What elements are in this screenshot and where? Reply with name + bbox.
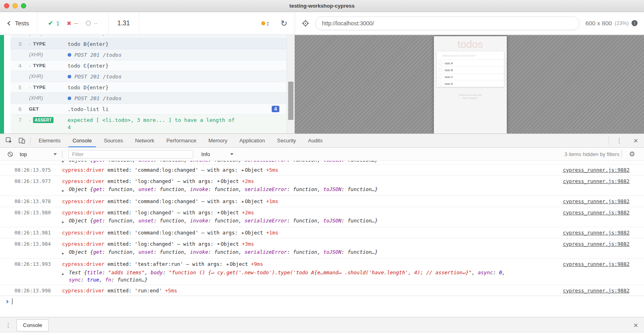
- execution-context-dropdown[interactable]: top: [17, 151, 60, 157]
- inspect-element-button[interactable]: [2, 134, 15, 147]
- source-link[interactable]: cypress_runner.js:9882: [563, 260, 630, 268]
- source-link[interactable]: cypress_runner.js:9882: [563, 209, 630, 216]
- expand-triangle-icon[interactable]: ▶: [62, 249, 69, 257]
- drawer-close-button[interactable]: ×: [627, 321, 644, 330]
- info-icon[interactable]: i: [632, 20, 638, 26]
- orange-dot-icon: [261, 21, 265, 25]
- passed-count: 1: [56, 20, 59, 27]
- selector-playground-button[interactable]: [301, 19, 310, 27]
- console-settings-button[interactable]: ⚙: [624, 150, 640, 158]
- reload-button[interactable]: ↻: [273, 12, 295, 34]
- tab-elements[interactable]: Elements: [35, 134, 64, 147]
- todo-item[interactable]: todo A: [437, 60, 504, 66]
- todo-checkbox-icon[interactable]: [438, 61, 442, 65]
- source-link[interactable]: cypress_runner.js:9882: [563, 177, 630, 185]
- command-row-get[interactable]: 6 GET .todo-list li 4: [10, 103, 287, 114]
- tab-console[interactable]: Console: [68, 134, 96, 147]
- devtools-close-button[interactable]: ×: [627, 136, 644, 145]
- source-link[interactable]: cypress_runner.js:9882: [563, 166, 630, 174]
- back-to-tests-button[interactable]: Tests: [0, 12, 37, 34]
- log-timestamp: 08:26:13.975: [14, 166, 59, 174]
- command-number: 7: [19, 117, 29, 123]
- command-number: 6: [19, 106, 29, 112]
- toggle-device-toolbar-button[interactable]: [15, 134, 28, 147]
- command-row-xhr[interactable]: (XHR) POST 201 /todos: [10, 71, 287, 82]
- expand-triangle-icon[interactable]: ▶: [62, 186, 69, 194]
- log-message[interactable]: cypress:driver emitted: 'command:log:cha…: [62, 166, 557, 174]
- assert-badge: ASSERT: [33, 117, 53, 123]
- expand-triangle-icon[interactable]: ▶: [62, 269, 69, 284]
- expand-triangle-icon[interactable]: ▶: [62, 217, 69, 226]
- expand-triangle-icon[interactable]: ▶: [62, 161, 69, 164]
- command-row-type[interactable]: 5 -TYPE todo D{enter}: [10, 82, 287, 92]
- command-row-type[interactable]: 3 -TYPE todo B{enter}: [10, 38, 287, 49]
- console-object-preview[interactable]: ▶ Object {get: function, unset: function…: [62, 186, 557, 194]
- tab-network[interactable]: Network: [131, 134, 159, 147]
- console-object-preview[interactable]: ▶ Object {get: function, unset: function…: [62, 217, 557, 226]
- assert-message-wrapped: 4: [68, 124, 287, 131]
- command-log-scrollbar[interactable]: [287, 35, 295, 134]
- console-filter-input[interactable]: [68, 150, 193, 158]
- todo-item[interactable]: todo B: [437, 66, 504, 73]
- tab-performance[interactable]: Performance: [162, 134, 200, 147]
- console-object-preview[interactable]: ▶ Object {get: function, unset: function…: [62, 161, 644, 164]
- log-level-dropdown[interactable]: Info: [198, 151, 237, 157]
- command-row-assert[interactable]: 7 -ASSERT expected [ <li.todo>, 3 more..…: [10, 114, 287, 134]
- command-dash: -: [29, 63, 31, 68]
- console-prompt[interactable]: [0, 296, 644, 307]
- command-label: (XHR): [29, 52, 68, 58]
- toolbar-divider: [621, 150, 622, 158]
- command-label: (XHR): [29, 95, 68, 101]
- new-todo-input[interactable]: What needs to be done?: [437, 51, 504, 60]
- log-message[interactable]: cypress:driver emitted: 'command:log:cha…: [62, 229, 557, 237]
- up-down-arrow-icon: ↕: [266, 20, 270, 27]
- source-link[interactable]: cypress_runner.js:9882: [563, 287, 630, 294]
- command-row-type[interactable]: 4 -TYPE todo C{enter}: [10, 60, 287, 71]
- devtools-panel: Elements Console Sources Network Perform…: [0, 134, 644, 333]
- tab-audits[interactable]: Audits: [304, 134, 326, 147]
- assert-message: expected [ <li.todo>, 3 more... ] to hav…: [68, 117, 287, 124]
- log-message[interactable]: cypress:driver emitted: 'command:log:cha…: [62, 197, 557, 206]
- todo-item[interactable]: todo D: [437, 80, 504, 87]
- minimize-window-button[interactable]: [12, 3, 18, 8]
- todo-checkbox-icon[interactable]: [438, 82, 442, 86]
- tab-security[interactable]: Security: [273, 134, 300, 147]
- log-message[interactable]: cypress:driver emitted: 'run:end' +5ms: [62, 287, 557, 294]
- tab-memory[interactable]: Memory: [204, 134, 231, 147]
- console-row: 08:26:13.977 cypress:driver emitted: 'lo…: [0, 175, 644, 196]
- devtools-menu-button[interactable]: ⋮: [611, 137, 627, 144]
- close-window-button[interactable]: [4, 3, 9, 8]
- log-message[interactable]: cypress:driver emitted: 'log:changed' – …: [62, 177, 557, 185]
- auto-scroll-toggle[interactable]: ↕: [257, 12, 274, 34]
- console-row: 08:26:13.984 cypress:driver emitted: 'lo…: [0, 238, 644, 259]
- todo-checkbox-icon[interactable]: [438, 68, 442, 72]
- log-timestamp: 08:26:13.980: [14, 209, 59, 216]
- zoom-window-button[interactable]: [21, 3, 26, 8]
- back-to-tests-label: Tests: [15, 20, 29, 27]
- command-message: POST 201 /todos: [74, 52, 122, 58]
- tab-sources[interactable]: Sources: [100, 134, 127, 147]
- clear-console-button[interactable]: [4, 148, 17, 161]
- command-message: POST 201 /todos: [74, 35, 122, 36]
- log-message[interactable]: cypress:driver emitted: 'log:changed' – …: [62, 240, 557, 248]
- drawer-tab-console[interactable]: Console: [17, 319, 49, 331]
- source-link[interactable]: cypress_runner.js:9882: [563, 240, 630, 248]
- scrollbar-thumb[interactable]: [288, 82, 293, 120]
- source-link[interactable]: cypress_runner.js:9882: [563, 229, 630, 236]
- source-link[interactable]: cypress_runner.js:9882: [563, 197, 630, 205]
- console-object-preview[interactable]: ▶ Object {get: function, unset: function…: [62, 249, 557, 257]
- url-address-bar[interactable]: http://localhost:3000/: [315, 16, 580, 30]
- command-row-xhr-clipped[interactable]: (XHR) POST 201 /todos: [10, 35, 287, 38]
- todo-item[interactable]: todo C: [437, 73, 504, 80]
- command-row-xhr[interactable]: (XHR) POST 201 /todos: [10, 49, 287, 60]
- todo-checkbox-icon[interactable]: [438, 75, 442, 79]
- command-row-xhr[interactable]: (XHR) POST 201 /todos: [10, 92, 287, 103]
- viewport-info: 600 x 800 (23%) i: [585, 20, 638, 27]
- command-label: GET: [29, 107, 39, 111]
- tab-application[interactable]: Application: [235, 134, 269, 147]
- preview-header: http://localhost:3000/ 600 x 800 (23%) i: [295, 12, 644, 34]
- log-message[interactable]: cypress:driver emitted: 'log:changed' – …: [62, 209, 557, 217]
- console-test-object-preview[interactable]: ▶ Test {title: "adds items", body: "func…: [62, 269, 557, 284]
- log-message[interactable]: cypress:driver emitted: 'test:after:run'…: [62, 260, 557, 268]
- drawer-menu-button[interactable]: ⋮: [0, 322, 17, 329]
